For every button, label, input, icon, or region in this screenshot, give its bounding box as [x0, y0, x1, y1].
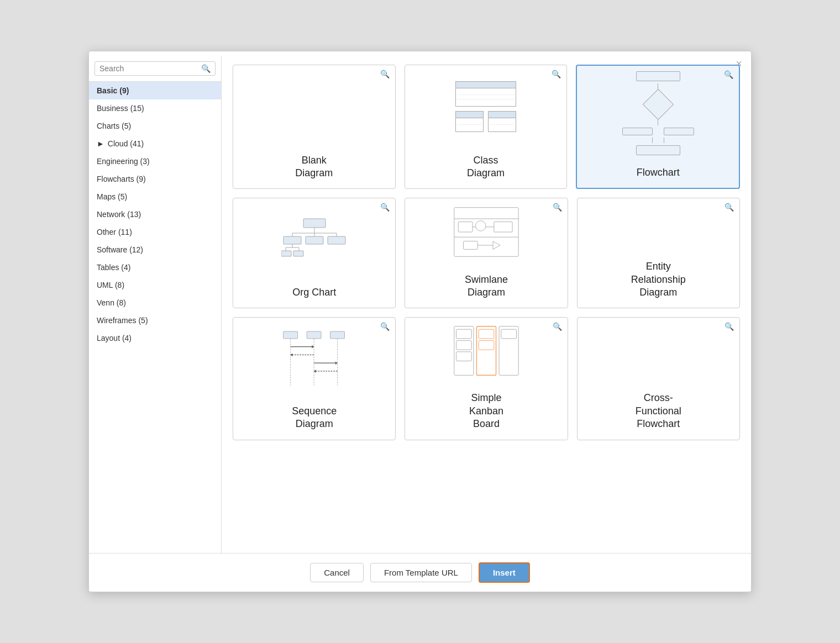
svg-rect-13: [281, 251, 291, 256]
sidebar-item-business[interactable]: Business (15): [89, 99, 221, 117]
svg-rect-7: [306, 236, 323, 244]
svg-rect-0: [303, 219, 326, 228]
sidebar-item-cloud[interactable]: ► Cloud (41): [89, 135, 221, 152]
search-input[interactable]: [99, 64, 201, 73]
zoom-icon-erd[interactable]: 🔍: [725, 203, 734, 212]
class-thumb-wrap: [405, 65, 567, 149]
flow-row-bottom: [622, 128, 694, 135]
class-body-3: [489, 118, 516, 131]
orgchart-name: Org Chart: [287, 281, 342, 308]
svg-rect-44: [456, 341, 472, 350]
sidebar-item-engineering[interactable]: Engineering (3): [89, 152, 221, 170]
class-header-2: [456, 112, 483, 118]
template-swimlane[interactable]: 🔍: [405, 198, 568, 308]
orgchart-thumb-wrap: [233, 198, 395, 281]
svg-marker-37: [335, 361, 338, 365]
svg-rect-40: [454, 326, 474, 376]
flow-rect-right: [664, 128, 694, 135]
flow-rect-left: [622, 128, 653, 135]
from-template-url-button[interactable]: From Template URL: [370, 563, 472, 582]
cloud-label: Cloud (41): [108, 139, 144, 148]
swimlane-thumb-wrap: [405, 198, 567, 267]
flow-line-4: [664, 138, 664, 143]
class-box-2: [455, 111, 484, 132]
template-orgchart[interactable]: 🔍: [233, 198, 396, 308]
template-kanban[interactable]: 🔍: [405, 317, 568, 440]
blank-thumb: [233, 65, 395, 149]
sidebar-item-uml[interactable]: UML (8): [89, 276, 221, 294]
flowchart-thumb: [625, 71, 691, 155]
class-body-2: [456, 118, 483, 131]
svg-rect-27: [307, 331, 321, 339]
template-row-1: 🔍 Blank Diagram 🔍: [233, 65, 740, 189]
zoom-icon-crossfunctional[interactable]: 🔍: [725, 322, 734, 331]
svg-marker-24: [493, 241, 500, 250]
zoom-icon-class[interactable]: 🔍: [552, 70, 561, 78]
sidebar-item-charts[interactable]: Charts (5): [89, 117, 221, 135]
zoom-icon-flowchart[interactable]: 🔍: [724, 70, 733, 79]
template-crossfunctional[interactable]: 🔍 Cross- Functional Flowchart: [577, 317, 740, 440]
class-row: [490, 120, 514, 125]
zoom-icon-sequence[interactable]: 🔍: [380, 322, 390, 331]
class-box-1: [455, 81, 516, 107]
kanban-thumb: [453, 323, 519, 381]
class-row: [457, 120, 482, 125]
insert-button[interactable]: Insert: [479, 562, 530, 583]
search-box: 🔍: [89, 56, 221, 82]
sidebar-item-tables[interactable]: Tables (4): [89, 259, 221, 276]
template-class[interactable]: 🔍: [405, 65, 568, 189]
svg-rect-46: [479, 330, 494, 339]
svg-rect-41: [476, 326, 496, 376]
flow-row-last: [652, 138, 664, 143]
erd-name: Entity Relationship Diagram: [626, 255, 691, 308]
blank-name: Blank Diagram: [290, 149, 338, 189]
sequence-thumb-wrap: [233, 318, 395, 399]
sidebar-item-wireframes[interactable]: Wireframes (5): [89, 312, 221, 329]
cancel-button[interactable]: Cancel: [310, 563, 364, 582]
kanban-name: Simple Kanban Board: [464, 386, 509, 439]
class-row: [490, 125, 514, 129]
svg-marker-33: [312, 345, 314, 349]
flow-line-2: [658, 120, 658, 125]
zoom-icon-kanban[interactable]: 🔍: [553, 322, 562, 331]
template-flowchart[interactable]: 🔍: [576, 65, 740, 189]
template-erd[interactable]: 🔍 Entity Relationship Diagram: [577, 198, 740, 308]
zoom-icon-blank[interactable]: 🔍: [380, 70, 390, 78]
class-diagram-thumb: [455, 81, 516, 132]
sidebar: 🔍 Basic (9) Business (15) Charts (5) ► C…: [89, 56, 222, 553]
sidebar-item-basic[interactable]: Basic (9): [89, 82, 221, 99]
swimlane-svg: [453, 204, 519, 260]
class-row: [457, 91, 514, 95]
class-sub-row: [455, 111, 516, 132]
svg-rect-18: [458, 222, 473, 232]
flow-rect-top: [636, 71, 680, 81]
crossfunctional-name: Cross- Functional Flowchart: [630, 386, 687, 439]
flow-rect-bottom: [636, 145, 680, 155]
sequence-name: Sequence Diagram: [286, 399, 342, 440]
class-name: Class Diagram: [461, 149, 510, 189]
svg-rect-26: [283, 331, 297, 339]
sidebar-item-venn[interactable]: Venn (8): [89, 294, 221, 312]
template-grid: 🔍 Blank Diagram 🔍: [222, 56, 751, 553]
class-box-3: [488, 111, 516, 132]
sidebar-item-network[interactable]: Network (13): [89, 205, 221, 223]
class-header-3: [489, 112, 516, 118]
svg-rect-28: [330, 331, 344, 339]
zoom-icon-orgchart[interactable]: 🔍: [380, 203, 390, 212]
dialog-footer: Cancel From Template URL Insert: [89, 553, 751, 592]
zoom-icon-swimlane[interactable]: 🔍: [553, 203, 562, 212]
orgchart-thumb: [281, 217, 348, 263]
sidebar-item-other[interactable]: Other (11): [89, 223, 221, 241]
svg-rect-43: [456, 330, 472, 339]
search-input-wrap: 🔍: [95, 61, 216, 76]
sidebar-item-layout[interactable]: Layout (4): [89, 329, 221, 347]
template-blank[interactable]: 🔍 Blank Diagram: [233, 65, 396, 189]
svg-point-19: [476, 221, 486, 231]
search-icon-button[interactable]: 🔍: [201, 64, 211, 73]
new-diagram-dialog: × 🔍 Basic (9) Business (15) Charts (5) ►…: [88, 51, 752, 592]
sidebar-item-flowcharts[interactable]: Flowcharts (9): [89, 170, 221, 188]
template-sequence[interactable]: 🔍: [233, 317, 396, 440]
sequence-svg: [281, 327, 348, 388]
sidebar-item-maps[interactable]: Maps (5): [89, 188, 221, 205]
sidebar-item-software[interactable]: Software (12): [89, 241, 221, 259]
